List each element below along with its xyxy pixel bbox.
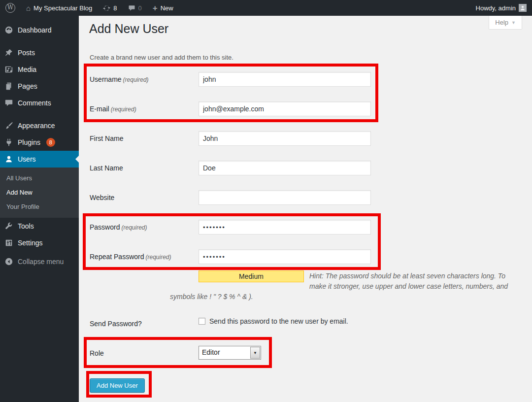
sidebar-label: Settings <box>18 239 43 247</box>
pushpin-icon <box>4 48 14 58</box>
username-label: Username(required) <box>90 72 196 87</box>
select-dropdown-button[interactable]: ▼ <box>250 347 260 359</box>
sidebar-item-tools[interactable]: Tools <box>0 218 79 234</box>
pages-icon <box>4 81 14 91</box>
updates-link[interactable]: 8 <box>98 0 122 16</box>
password-label: Password(required) <box>90 220 196 235</box>
media-note-icon <box>4 65 14 74</box>
required-note: (required) <box>121 224 147 231</box>
sidebar-item-users[interactable]: Users <box>0 151 79 168</box>
sidebar-item-pages[interactable]: Pages <box>0 78 79 95</box>
page-subtitle: Create a brand new user and add them to … <box>90 54 233 61</box>
wordpress-logo-icon: W <box>5 3 15 13</box>
sidebar-label: Appearance <box>18 122 55 130</box>
website-label: Website <box>90 190 196 205</box>
sidebar-item-dashboard[interactable]: Dashboard <box>0 22 79 38</box>
send-password-label: Send Password? <box>90 319 196 329</box>
site-name-link[interactable]: ⌂ My Spectacular Blog <box>21 0 98 16</box>
wordpress-logo-menu[interactable]: W <box>0 0 21 16</box>
new-content-link[interactable]: + New <box>147 0 179 16</box>
wrench-icon <box>4 221 14 231</box>
settings-sliders-icon <box>4 238 14 248</box>
site-name: My Spectacular Blog <box>33 4 92 12</box>
add-new-user-page: Help ▼ Add New User Create a brand new u… <box>79 16 532 402</box>
password-input[interactable] <box>199 220 371 234</box>
update-icon <box>103 4 110 12</box>
sidebar-item-comments[interactable]: Comments <box>0 95 79 111</box>
role-label: Role <box>90 348 196 358</box>
sidebar-item-collapse-menu[interactable]: Collapse menu <box>0 253 79 270</box>
dashboard-gauge-icon <box>4 25 14 35</box>
plus-icon: + <box>153 4 158 12</box>
sidebar-label: Users <box>18 155 36 163</box>
sidebar-label: Pages <box>18 82 37 90</box>
comments-link[interactable]: 0 <box>123 0 147 16</box>
email-input[interactable] <box>199 101 371 116</box>
first-name-input[interactable] <box>199 131 371 146</box>
sidebar-item-media[interactable]: Media <box>0 61 79 78</box>
email-label: E-mail(required) <box>90 101 196 117</box>
role-select[interactable]: Editor ▼ <box>199 346 261 360</box>
page-title: Add New User <box>89 22 168 36</box>
first-name-label: First Name <box>90 131 196 146</box>
chevron-down-icon: ▼ <box>511 20 516 25</box>
users-submenu: All Users Add New Your Profile <box>0 168 79 218</box>
sidebar-label: Comments <box>18 99 51 107</box>
sidebar-item-posts[interactable]: Posts <box>0 44 79 61</box>
sidebar-item-settings[interactable]: Settings <box>0 234 79 251</box>
required-note: (required) <box>146 254 171 261</box>
hint-wrap-spacer <box>170 271 309 292</box>
send-password-checkbox-label[interactable]: Send this password to the new user by em… <box>209 317 348 325</box>
admin-bar-left: W ⌂ My Spectacular Blog 8 0 + <box>0 0 179 16</box>
add-new-user-button[interactable]: Add New User <box>90 378 145 393</box>
new-label: New <box>161 4 173 12</box>
send-password-checkbox[interactable] <box>199 318 205 325</box>
role-selected-value: Editor <box>199 346 250 359</box>
repeat-password-input[interactable] <box>199 249 371 264</box>
sidebar-label: Posts <box>18 49 35 57</box>
plugin-icon <box>4 137 14 147</box>
required-note: (required) <box>123 76 149 83</box>
admin-sidebar-menu: Dashboard Posts Media Pages <box>0 16 79 402</box>
submenu-item-all-users[interactable]: All Users <box>0 171 79 185</box>
repeat-password-label: Repeat Password(required) <box>90 249 196 265</box>
user-icon <box>4 154 14 164</box>
help-tab-button[interactable]: Help ▼ <box>489 16 522 30</box>
submenu-item-add-new[interactable]: Add New <box>0 185 79 200</box>
website-input[interactable] <box>199 190 371 205</box>
admin-bar: W ⌂ My Spectacular Blog 8 0 + <box>0 0 532 16</box>
sidebar-item-appearance[interactable]: Appearance <box>0 117 79 134</box>
paintbrush-icon <box>4 121 14 131</box>
comments-bubble-icon <box>4 98 14 108</box>
avatar <box>519 4 527 12</box>
sidebar-label: Dashboard <box>18 26 52 34</box>
admin-bar-right: Howdy, admin <box>470 0 532 16</box>
help-label: Help <box>495 19 508 26</box>
sidebar-item-plugins[interactable]: Plugins 8 <box>0 134 79 151</box>
password-hint: Hint: The password should be at least se… <box>170 271 516 302</box>
collapse-arrow-icon <box>4 257 14 267</box>
update-count: 8 <box>113 4 117 12</box>
home-icon: ⌂ <box>26 4 31 12</box>
last-name-input[interactable] <box>199 161 371 175</box>
comment-bubble-icon <box>128 4 135 12</box>
plugins-update-badge: 8 <box>46 138 55 147</box>
last-name-label: Last Name <box>90 161 196 175</box>
active-menu-arrow <box>75 156 79 163</box>
send-password-field: Send this password to the new user by em… <box>199 317 348 325</box>
sidebar-label: Tools <box>18 222 34 230</box>
submenu-item-your-profile[interactable]: Your Profile <box>0 200 79 214</box>
account-menu[interactable]: Howdy, admin <box>470 0 532 16</box>
comment-count: 0 <box>138 4 142 12</box>
howdy-text: Howdy, admin <box>476 4 516 12</box>
sidebar-label: Media <box>18 66 36 73</box>
required-note: (required) <box>111 106 136 113</box>
username-input[interactable] <box>199 72 371 87</box>
sidebar-label: Collapse menu <box>18 258 64 266</box>
sidebar-label: Plugins <box>18 138 40 146</box>
